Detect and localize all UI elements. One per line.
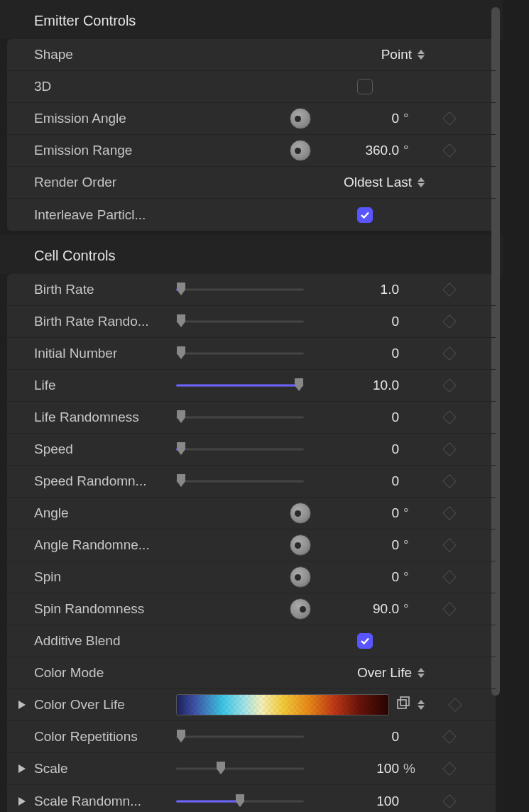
angle-randomness-value[interactable]: 0 xyxy=(356,537,399,553)
scale-slider[interactable] xyxy=(176,762,304,776)
cell-controls-header: Cell Controls xyxy=(0,235,503,274)
keyframe-icon[interactable] xyxy=(448,698,462,712)
initial-number-slider[interactable] xyxy=(176,346,304,361)
color-repetitions-value[interactable]: 0 xyxy=(356,729,399,745)
emission-angle-value[interactable]: 0 xyxy=(356,111,399,126)
scale-value[interactable]: 100 xyxy=(356,761,399,777)
svg-marker-20 xyxy=(217,762,225,774)
svg-marker-8 xyxy=(177,410,185,423)
stepper-icon xyxy=(418,668,425,678)
stepper-icon[interactable] xyxy=(418,700,425,710)
birth-rate-value[interactable]: 1.0 xyxy=(356,282,399,297)
row-render-order: Render Order Oldest Last xyxy=(7,167,496,199)
color-over-life-gradient[interactable] xyxy=(176,694,389,715)
label-additive-blend: Additive Blend xyxy=(34,633,176,649)
keyframe-icon[interactable] xyxy=(442,794,457,808)
scale-randomness-slider[interactable] xyxy=(176,794,304,808)
shape-value: Point xyxy=(381,47,412,62)
life-slider[interactable] xyxy=(176,378,304,393)
row-emission-angle: Emission Angle 0 ° xyxy=(7,103,496,135)
svg-rect-15 xyxy=(400,697,409,706)
label-color-repetitions: Color Repetitions xyxy=(34,729,176,745)
scale-randomness-value[interactable]: 100 xyxy=(356,794,399,809)
keyframe-icon[interactable] xyxy=(442,442,457,456)
disclosure-triangle-icon[interactable] xyxy=(17,764,27,774)
label-speed: Speed xyxy=(34,441,176,457)
keyframe-icon[interactable] xyxy=(442,346,457,361)
svg-marker-11 xyxy=(418,668,425,672)
render-order-value: Oldest Last xyxy=(344,175,412,190)
keyframe-icon[interactable] xyxy=(442,378,457,393)
emission-range-value[interactable]: 360.0 xyxy=(356,143,399,158)
keyframe-icon[interactable] xyxy=(442,111,457,126)
keyframe-icon[interactable] xyxy=(442,762,457,776)
degree-unit: ° xyxy=(403,505,419,521)
keyframe-icon[interactable] xyxy=(442,314,457,329)
spin-dial[interactable] xyxy=(290,566,311,588)
svg-marker-17 xyxy=(418,706,425,710)
keyframe-icon[interactable] xyxy=(442,282,457,297)
color-mode-dropdown[interactable]: Over Life xyxy=(357,665,425,681)
spin-value[interactable]: 0 xyxy=(356,569,399,585)
spin-randomness-dial[interactable] xyxy=(290,598,311,620)
initial-number-value[interactable]: 0 xyxy=(356,346,399,361)
row-angle: Angle 0° xyxy=(7,498,496,530)
label-birth-rate: Birth Rate xyxy=(34,282,176,297)
label-angle-randomness: Angle Randomne... xyxy=(34,537,176,553)
degree-unit: ° xyxy=(403,111,419,126)
svg-marker-9 xyxy=(177,442,185,455)
speed-randomness-value[interactable]: 0 xyxy=(356,473,399,489)
speed-randomness-slider[interactable] xyxy=(176,474,304,488)
shape-dropdown[interactable]: Point xyxy=(381,47,425,62)
keyframe-icon[interactable] xyxy=(442,538,457,552)
keyframe-icon[interactable] xyxy=(442,474,457,488)
emitter-controls-body: Shape Point 3D xyxy=(7,39,496,231)
interleave-checkbox[interactable] xyxy=(357,207,373,223)
gradient-preset-icon[interactable] xyxy=(396,696,410,714)
color-repetitions-slider[interactable] xyxy=(176,730,304,744)
label-angle: Angle xyxy=(34,505,176,521)
row-scale: Scale 100% xyxy=(7,753,496,785)
life-value[interactable]: 10.0 xyxy=(356,378,399,393)
keyframe-icon[interactable] xyxy=(442,730,457,744)
emission-range-dial[interactable] xyxy=(290,140,311,161)
keyframe-icon[interactable] xyxy=(442,506,457,520)
emission-angle-dial[interactable] xyxy=(290,108,311,129)
label-render-order: Render Order xyxy=(34,175,176,190)
svg-marker-5 xyxy=(177,314,185,327)
angle-randomness-dial[interactable] xyxy=(290,534,311,556)
birth-rate-slider[interactable] xyxy=(176,282,304,297)
speed-value[interactable]: 0 xyxy=(356,441,399,457)
3d-checkbox[interactable] xyxy=(357,79,373,94)
angle-value[interactable]: 0 xyxy=(356,505,399,521)
row-interleave: Interleave Particl... xyxy=(7,199,496,231)
disclosure-triangle-icon[interactable] xyxy=(17,700,27,710)
birth-rate-random-value[interactable]: 0 xyxy=(356,314,399,329)
color-mode-value: Over Life xyxy=(357,665,412,681)
keyframe-icon[interactable] xyxy=(442,602,457,616)
birth-rate-random-slider[interactable] xyxy=(176,314,304,329)
additive-blend-checkbox[interactable] xyxy=(357,633,373,649)
spin-randomness-value[interactable]: 90.0 xyxy=(356,601,399,617)
svg-rect-14 xyxy=(398,700,406,708)
life-randomness-value[interactable]: 0 xyxy=(356,410,399,425)
render-order-dropdown[interactable]: Oldest Last xyxy=(344,175,425,190)
row-birth-rate-randomness: Birth Rate Rando... 0 xyxy=(7,306,496,338)
stepper-icon xyxy=(418,177,425,187)
row-angle-randomness: Angle Randomne... 0° xyxy=(7,530,496,561)
life-randomness-slider[interactable] xyxy=(176,410,304,424)
row-spin: Spin 0° xyxy=(7,561,496,593)
row-spin-randomness: Spin Randomness 90.0° xyxy=(7,593,496,625)
keyframe-icon[interactable] xyxy=(442,410,457,424)
angle-dial[interactable] xyxy=(290,503,311,524)
disclosure-triangle-icon[interactable] xyxy=(17,796,27,806)
row-speed: Speed 0 xyxy=(7,434,496,466)
row-color-repetitions: Color Repetitions 0 xyxy=(7,721,496,753)
svg-marker-2 xyxy=(418,177,425,182)
keyframe-icon[interactable] xyxy=(442,570,457,584)
svg-marker-12 xyxy=(418,674,425,678)
keyframe-icon[interactable] xyxy=(442,143,457,158)
row-birth-rate: Birth Rate 1.0 xyxy=(7,274,496,306)
speed-slider[interactable] xyxy=(176,442,304,456)
label-life: Life xyxy=(34,378,176,393)
